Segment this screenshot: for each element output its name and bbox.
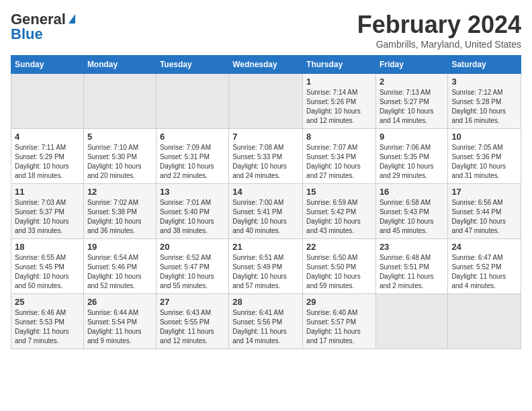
calendar-cell: 22Sunrise: 6:50 AMSunset: 5:50 PMDayligh…: [303, 239, 376, 294]
day-info: Sunrise: 7:11 AMSunset: 5:29 PMDaylight:…: [15, 143, 80, 181]
day-info: Sunrise: 6:48 AMSunset: 5:51 PMDaylight:…: [380, 253, 444, 291]
day-info: Sunrise: 7:06 AMSunset: 5:35 PMDaylight:…: [380, 143, 444, 181]
day-info: Sunrise: 7:13 AMSunset: 5:27 PMDaylight:…: [380, 88, 444, 126]
week-row-2: 4Sunrise: 7:11 AMSunset: 5:29 PMDaylight…: [11, 129, 521, 184]
calendar-cell: 17Sunrise: 6:56 AMSunset: 5:44 PMDayligh…: [448, 184, 521, 239]
header-wednesday: Wednesday: [229, 56, 303, 74]
day-number: 15: [306, 187, 372, 197]
day-number: 2: [380, 77, 444, 87]
calendar-cell: [375, 294, 447, 349]
day-info: Sunrise: 7:05 AMSunset: 5:36 PMDaylight:…: [451, 143, 517, 181]
day-info: Sunrise: 7:02 AMSunset: 5:38 PMDaylight:…: [87, 198, 152, 236]
calendar-cell: 20Sunrise: 6:52 AMSunset: 5:47 PMDayligh…: [156, 239, 228, 294]
day-number: 7: [232, 132, 299, 142]
day-info: Sunrise: 7:03 AMSunset: 5:37 PMDaylight:…: [15, 198, 80, 236]
day-number: 22: [306, 242, 372, 252]
calendar-cell: 28Sunrise: 6:41 AMSunset: 5:56 PMDayligh…: [229, 294, 303, 349]
calendar-cell: 10Sunrise: 7:05 AMSunset: 5:36 PMDayligh…: [448, 129, 521, 184]
calendar-cell: 1Sunrise: 7:14 AMSunset: 5:26 PMDaylight…: [303, 74, 376, 129]
calendar-cell: 19Sunrise: 6:54 AMSunset: 5:46 PMDayligh…: [83, 239, 156, 294]
calendar-cell: 3Sunrise: 7:12 AMSunset: 5:28 PMDaylight…: [448, 74, 521, 129]
logo-arrow-icon: [69, 14, 75, 24]
calendar-cell: [156, 74, 228, 129]
header-monday: Monday: [83, 56, 156, 74]
day-number: 12: [87, 187, 152, 197]
day-info: Sunrise: 7:12 AMSunset: 5:28 PMDaylight:…: [451, 88, 517, 126]
day-number: 20: [160, 242, 225, 252]
title-block: February 2024 Gambrills, Maryland, Unite…: [357, 11, 521, 50]
day-number: 29: [306, 297, 372, 307]
calendar-cell: 11Sunrise: 7:03 AMSunset: 5:37 PMDayligh…: [11, 184, 84, 239]
calendar-cell: 2Sunrise: 7:13 AMSunset: 5:27 PMDaylight…: [375, 74, 447, 129]
day-info: Sunrise: 6:46 AMSunset: 5:53 PMDaylight:…: [15, 308, 80, 346]
day-number: 17: [451, 187, 517, 197]
day-number: 23: [380, 242, 444, 252]
week-row-5: 25Sunrise: 6:46 AMSunset: 5:53 PMDayligh…: [11, 294, 521, 349]
day-info: Sunrise: 6:40 AMSunset: 5:57 PMDaylight:…: [306, 308, 372, 346]
calendar-cell: 29Sunrise: 6:40 AMSunset: 5:57 PMDayligh…: [303, 294, 376, 349]
calendar-cell: 13Sunrise: 7:01 AMSunset: 5:40 PMDayligh…: [156, 184, 228, 239]
day-info: Sunrise: 7:01 AMSunset: 5:40 PMDaylight:…: [160, 198, 225, 236]
calendar-cell: 9Sunrise: 7:06 AMSunset: 5:35 PMDaylight…: [375, 129, 447, 184]
day-number: 11: [15, 187, 80, 197]
header-sunday: Sunday: [11, 56, 84, 74]
calendar-cell: 25Sunrise: 6:46 AMSunset: 5:53 PMDayligh…: [11, 294, 84, 349]
calendar-table: SundayMondayTuesdayWednesdayThursdayFrid…: [11, 55, 521, 349]
calendar-cell: 15Sunrise: 6:59 AMSunset: 5:42 PMDayligh…: [303, 184, 376, 239]
calendar-cell: [11, 74, 84, 129]
day-number: 28: [232, 297, 299, 307]
week-row-1: 1Sunrise: 7:14 AMSunset: 5:26 PMDaylight…: [11, 74, 521, 129]
day-number: 4: [15, 132, 80, 142]
day-info: Sunrise: 6:52 AMSunset: 5:47 PMDaylight:…: [160, 253, 225, 291]
day-info: Sunrise: 6:50 AMSunset: 5:50 PMDaylight:…: [306, 253, 372, 291]
calendar-cell: 5Sunrise: 7:10 AMSunset: 5:30 PMDaylight…: [83, 129, 156, 184]
day-info: Sunrise: 6:41 AMSunset: 5:56 PMDaylight:…: [232, 308, 299, 346]
day-number: 18: [15, 242, 80, 252]
calendar-cell: [448, 294, 521, 349]
month-year-title: February 2024: [357, 11, 521, 39]
day-number: 27: [160, 297, 225, 307]
calendar-cell: 23Sunrise: 6:48 AMSunset: 5:51 PMDayligh…: [375, 239, 447, 294]
header-tuesday: Tuesday: [156, 56, 228, 74]
day-info: Sunrise: 6:43 AMSunset: 5:55 PMDaylight:…: [160, 308, 225, 346]
logo: General Blue: [11, 11, 75, 43]
calendar-cell: 12Sunrise: 7:02 AMSunset: 5:38 PMDayligh…: [83, 184, 156, 239]
day-number: 19: [87, 242, 152, 252]
logo-blue: Blue: [11, 26, 43, 43]
calendar-cell: 6Sunrise: 7:09 AMSunset: 5:31 PMDaylight…: [156, 129, 228, 184]
day-info: Sunrise: 7:14 AMSunset: 5:26 PMDaylight:…: [306, 88, 372, 126]
day-info: Sunrise: 6:51 AMSunset: 5:49 PMDaylight:…: [232, 253, 299, 291]
calendar-cell: 16Sunrise: 6:58 AMSunset: 5:43 PMDayligh…: [375, 184, 447, 239]
calendar-cell: 27Sunrise: 6:43 AMSunset: 5:55 PMDayligh…: [156, 294, 228, 349]
week-row-3: 11Sunrise: 7:03 AMSunset: 5:37 PMDayligh…: [11, 184, 521, 239]
day-info: Sunrise: 6:56 AMSunset: 5:44 PMDaylight:…: [451, 198, 517, 236]
week-row-4: 18Sunrise: 6:55 AMSunset: 5:45 PMDayligh…: [11, 239, 521, 294]
day-number: 10: [451, 132, 517, 142]
header-thursday: Thursday: [303, 56, 376, 74]
day-number: 1: [306, 77, 372, 87]
location-subtitle: Gambrills, Maryland, United States: [357, 39, 521, 50]
header-friday: Friday: [375, 56, 447, 74]
day-number: 24: [451, 242, 517, 252]
calendar-cell: 26Sunrise: 6:44 AMSunset: 5:54 PMDayligh…: [83, 294, 156, 349]
day-info: Sunrise: 7:00 AMSunset: 5:41 PMDaylight:…: [232, 198, 299, 236]
day-number: 26: [87, 297, 152, 307]
day-info: Sunrise: 6:47 AMSunset: 5:52 PMDaylight:…: [451, 253, 517, 291]
day-info: Sunrise: 6:59 AMSunset: 5:42 PMDaylight:…: [306, 198, 372, 236]
day-number: 13: [160, 187, 225, 197]
calendar-cell: 7Sunrise: 7:08 AMSunset: 5:33 PMDaylight…: [229, 129, 303, 184]
day-number: 6: [160, 132, 225, 142]
day-number: 8: [306, 132, 372, 142]
page-header: General Blue February 2024 Gambrills, Ma…: [11, 11, 521, 50]
day-number: 14: [232, 187, 299, 197]
day-info: Sunrise: 7:08 AMSunset: 5:33 PMDaylight:…: [232, 143, 299, 181]
day-info: Sunrise: 7:10 AMSunset: 5:30 PMDaylight:…: [87, 143, 152, 181]
day-number: 5: [87, 132, 152, 142]
day-info: Sunrise: 6:58 AMSunset: 5:43 PMDaylight:…: [380, 198, 444, 236]
calendar-cell: 4Sunrise: 7:11 AMSunset: 5:29 PMDaylight…: [11, 129, 84, 184]
day-number: 16: [380, 187, 444, 197]
day-info: Sunrise: 7:07 AMSunset: 5:34 PMDaylight:…: [306, 143, 372, 181]
day-number: 25: [15, 297, 80, 307]
calendar-cell: 8Sunrise: 7:07 AMSunset: 5:34 PMDaylight…: [303, 129, 376, 184]
day-number: 3: [451, 77, 517, 87]
